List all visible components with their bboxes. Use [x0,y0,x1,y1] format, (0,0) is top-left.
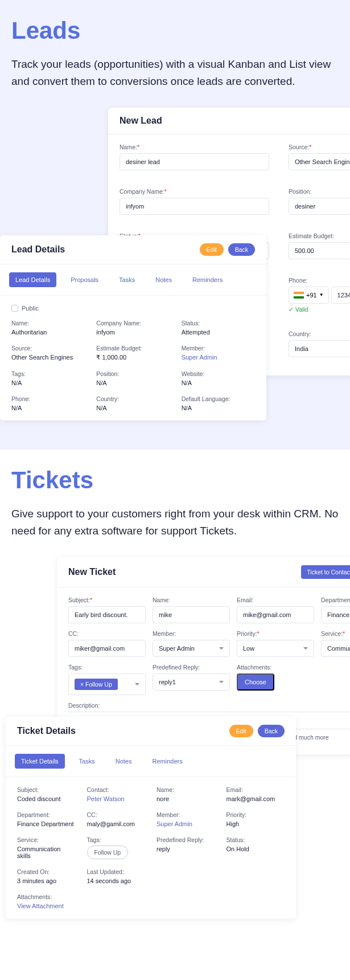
tab-ticket-details[interactable]: Ticket Details [15,754,65,769]
leads-desc: Track your leads (opportunities) with a … [11,56,339,91]
dept-label: Department: [321,597,350,603]
ticket-tabs: Ticket Details Tasks Notes Reminders [6,746,296,777]
source-select[interactable]: Other Search Engines [289,153,350,170]
detail-cell: Member:Super Admin [182,345,255,361]
detail-value: N/A [96,379,170,386]
detail-label: Source: [11,345,85,352]
tag-pill: Follow Up [87,846,129,859]
attachments-label: Attachments: [17,893,285,900]
position-label: Position: [289,188,350,195]
leads-section: Leads Track your leads (opportunities) w… [0,0,350,450]
detail-value: maly@gamil.com [87,820,146,827]
name-label: Name: [153,597,230,603]
phone-input[interactable] [331,287,350,304]
detail-label: Status: [182,320,255,326]
detail-value: On Hold [227,846,285,852]
detail-cell: Created On:3 minutes ago [17,868,76,884]
lead-tabs: Lead Details Proposals Tasks Notes Remin… [0,264,266,296]
detail-value[interactable]: Peter Watson [87,795,146,802]
detail-value: mark@gmail.com [227,795,285,802]
detail-label: Tags: [87,836,146,843]
detail-label: Tags: [11,370,85,377]
detail-value: N/A [96,405,170,411]
detail-cell: Name:Authoritarian [11,320,85,336]
detail-cell: Predefined Reply:reply [157,836,215,859]
detail-label: Priority: [227,811,285,818]
tab-lead-details[interactable]: Lead Details [9,272,56,287]
tab-notes[interactable]: Notes [149,272,178,287]
country-code-select[interactable]: +91 ▼ [289,287,329,304]
edit-button[interactable]: Edit [200,243,224,256]
view-attachment-link[interactable]: View Attachment [17,903,285,909]
detail-cell: Department:Finance Department [17,811,76,827]
tags-select[interactable]: × Follow Up [68,673,146,695]
budget-input[interactable] [289,242,350,259]
name-input[interactable] [153,606,230,623]
tickets-title: Tickets [11,467,339,494]
tab-tasks[interactable]: Tasks [73,754,101,769]
detail-value: High [227,820,285,827]
email-input[interactable] [237,606,314,623]
lead-details-title: Lead Details [11,244,65,255]
member-label: Member: [153,630,230,637]
ticket-to-contact-button[interactable]: Ticket to Contact [301,565,350,579]
detail-label: CC: [87,811,146,818]
country-select[interactable]: India [289,340,350,357]
detail-label: Phone: [11,395,85,402]
detail-value[interactable]: Super Admin [182,354,255,361]
detail-label: Default Language: [182,395,255,402]
new-lead-title: New Lead [120,116,162,126]
detail-label: Department: [17,811,76,818]
tab-notes[interactable]: Notes [109,754,138,769]
caret-down-icon [303,647,308,650]
detail-cell: Phone:N/A [11,395,85,411]
detail-label: Service: [17,836,76,843]
detail-label: Predefined Reply: [157,836,215,843]
member-select[interactable]: Super Admin [153,640,230,657]
priority-label: Priority:* [237,630,314,637]
cc-input[interactable] [68,640,146,657]
detail-value[interactable]: Super Admin [157,820,215,827]
detail-cell: Contact:Peter Watson [87,786,146,802]
dept-select[interactable]: Finance Department [321,606,350,623]
phone-label: Phone: [289,277,350,284]
detail-label: Subject: [17,786,76,793]
detail-cell: Subject:Coded discount [17,786,76,802]
tab-tasks[interactable]: Tasks [113,272,141,287]
detail-cell: Source:Other Search Engines [11,345,85,361]
detail-value: Communication skills [17,846,76,859]
tab-proposals[interactable]: Proposals [64,272,105,287]
tab-reminders[interactable]: Reminders [146,754,188,769]
priority-select[interactable]: Low [237,640,314,657]
detail-cell: Member:Super Admin [157,811,215,827]
detail-cell: Position:N/A [96,370,170,386]
ticket-details-panel: Ticket Details Edit Back Ticket Details … [6,717,296,918]
subject-input[interactable] [68,606,146,623]
detail-cell: Status:Attempted [182,320,255,336]
back-button[interactable]: Back [228,243,255,256]
detail-value: N/A [182,405,255,411]
tag-followup[interactable]: × Follow Up [75,679,118,690]
choose-button[interactable]: Choose [237,673,274,691]
detail-label: Member: [157,811,215,818]
detail-value: Follow Up [87,846,146,859]
detail-label: Name: [11,320,85,326]
service-select[interactable]: Communication skills [321,640,350,657]
source-label: Source:* [289,144,350,150]
position-input[interactable] [289,198,350,215]
reply-label: Predefined Reply: [153,664,230,671]
tab-reminders[interactable]: Reminders [186,272,229,287]
name-input[interactable] [120,153,269,170]
public-checkbox[interactable] [11,305,18,312]
detail-value: Finance Department [17,820,76,827]
tickets-section: Tickets Give support to your customers r… [0,450,350,933]
detail-value: ₹ 1,000.00 [96,354,170,361]
company-input[interactable] [120,198,269,215]
flag-india-icon [294,292,304,299]
edit-button[interactable]: Edit [229,725,253,737]
detail-label: Estimate Budget: [96,345,170,352]
country-label: Country: [289,330,350,337]
reply-select[interactable]: reply1 [153,673,230,691]
back-button[interactable]: Back [258,725,285,737]
detail-cell: Email:mark@gmail.com [227,786,285,802]
